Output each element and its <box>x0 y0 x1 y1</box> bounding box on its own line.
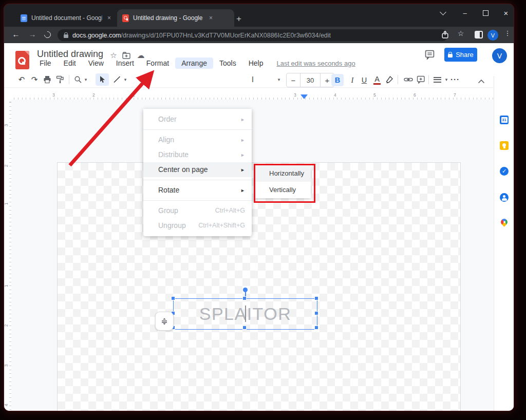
side-panel-icon[interactable] <box>475 31 483 39</box>
logo-square <box>22 62 25 65</box>
insert-link-icon[interactable] <box>404 75 413 86</box>
redo-icon[interactable]: ↷ <box>29 75 40 84</box>
resize-handle-s[interactable] <box>242 326 247 330</box>
google-drawings-app: Untitled drawing ☆ ☁ File Edit View Inse… <box>4 43 514 411</box>
menu-format[interactable]: Format <box>140 58 175 69</box>
paint-format-icon[interactable] <box>56 75 64 86</box>
horizontal-ruler[interactable]: 3 2 1 3 4 5 6 7 <box>11 92 493 100</box>
app-avatar[interactable]: V <box>492 48 507 63</box>
submenu-arrow-icon: ► <box>240 133 245 148</box>
resize-handle-n[interactable] <box>242 296 247 300</box>
menu-file[interactable]: File <box>33 58 58 69</box>
maximize-icon <box>483 10 489 16</box>
shortcut-label: Ctrl+Alt+G <box>215 203 245 218</box>
last-edit-link[interactable]: Last edit was seconds ago <box>276 60 355 67</box>
line-tool-icon[interactable] <box>113 75 121 86</box>
calendar-icon[interactable]: 31 <box>500 116 509 124</box>
insert-comment-icon[interactable] <box>417 75 425 86</box>
zoom-caret-icon[interactable]: ▾ <box>83 77 89 82</box>
arrange-dropdown-menu: Order ► Align ► Distribute ► Center on p… <box>143 109 252 236</box>
zoom-icon[interactable] <box>74 75 82 86</box>
maximize-button[interactable] <box>477 6 494 20</box>
resize-handle-se[interactable] <box>314 326 318 330</box>
menu-tools[interactable]: Tools <box>213 58 242 69</box>
google-side-panel: 31 ✓ › <box>494 82 514 411</box>
ruler-indent-marker[interactable] <box>300 94 308 99</box>
red-annotation-box <box>254 164 315 203</box>
bookmark-star-icon[interactable]: ☆ <box>455 29 467 37</box>
tab-untitled-document[interactable]: Untitled document - Google Doc × <box>15 9 126 27</box>
underline-button[interactable]: U <box>358 74 370 86</box>
tasks-icon[interactable]: ✓ <box>500 167 509 176</box>
text-box-options-widget[interactable] <box>155 312 174 331</box>
lock-icon <box>64 34 68 38</box>
app-menubar: File Edit View Insert Format Arrange Too… <box>33 57 355 69</box>
menu-view[interactable]: View <box>82 58 110 69</box>
drawing-canvas-area[interactable]: SPLAITOR <box>11 100 493 411</box>
contacts-icon[interactable] <box>500 193 509 202</box>
window-menu-chevron[interactable] <box>434 6 452 20</box>
minimize-button[interactable]: – <box>456 6 474 20</box>
menu-arrange[interactable]: Arrange <box>175 58 213 69</box>
menu-item-rotate[interactable]: Rotate ► <box>143 183 252 198</box>
browser-window: Untitled document - Google Doc × Untitle… <box>4 4 514 411</box>
maps-icon[interactable] <box>501 219 508 226</box>
google-drawings-favicon <box>122 14 129 22</box>
more-options-icon[interactable]: ··· <box>450 75 460 84</box>
new-tab-button[interactable]: + <box>232 12 246 26</box>
text-color-button[interactable]: A <box>371 74 383 86</box>
browser-menu-kebab-icon[interactable]: ⋮ <box>501 29 514 37</box>
menu-item-ungroup[interactable]: Ungroup Ctrl+Alt+Shift+G <box>143 218 252 233</box>
vertical-ruler[interactable]: 3 2 1 1 2 3 4 <box>4 100 11 411</box>
resize-handle-nw[interactable] <box>171 296 175 300</box>
menu-separator <box>143 180 252 180</box>
undo-icon[interactable]: ↶ <box>16 75 27 84</box>
share-button[interactable]: Share <box>444 48 477 62</box>
collapse-toolbar-icon[interactable] <box>478 77 485 86</box>
font-family-partial[interactable]: l <box>250 75 255 84</box>
font-size-value[interactable]: 30 <box>300 73 321 87</box>
browser-avatar[interactable]: V <box>487 30 498 41</box>
menu-item-order[interactable]: Order ► <box>143 112 252 127</box>
tab-close-icon[interactable]: × <box>209 14 213 22</box>
rotation-handle[interactable] <box>243 288 248 292</box>
menu-item-center-on-page[interactable]: Center on page ► <box>143 162 252 177</box>
align-icon[interactable] <box>434 77 441 83</box>
menu-separator <box>143 200 252 201</box>
tab-title: Untitled drawing - Google Drawi <box>133 14 204 22</box>
menu-help[interactable]: Help <box>242 58 270 69</box>
menu-edit[interactable]: Edit <box>58 58 82 69</box>
text-color-label: A <box>374 76 380 83</box>
keep-icon[interactable] <box>500 141 509 150</box>
line-tool-caret-icon[interactable]: ▾ <box>122 77 128 82</box>
share-label: Share <box>456 51 474 59</box>
text-cursor <box>245 306 246 322</box>
tab-close-icon[interactable]: × <box>107 14 111 22</box>
menu-insert[interactable]: Insert <box>110 58 140 69</box>
submenu-arrow-icon: ► <box>240 183 245 198</box>
tab-untitled-drawing[interactable]: Untitled drawing - Google Drawi × <box>117 9 234 27</box>
forward-button[interactable]: → <box>27 30 38 39</box>
highlight-color-icon[interactable] <box>385 75 393 86</box>
back-button[interactable]: ← <box>10 30 22 39</box>
comments-icon[interactable] <box>425 50 435 62</box>
menu-item-align[interactable]: Align ► <box>143 132 252 147</box>
menu-item-group[interactable]: Group Ctrl+Alt+G <box>143 203 252 218</box>
resize-handle-ne[interactable] <box>314 296 318 300</box>
print-icon[interactable] <box>43 75 51 86</box>
menu-item-distribute[interactable]: Distribute ► <box>143 147 252 162</box>
menu-separator <box>143 129 252 130</box>
share-page-icon[interactable] <box>441 30 449 41</box>
align-caret-icon[interactable]: ▾ <box>443 77 449 82</box>
google-drawings-logo[interactable] <box>15 51 29 69</box>
address-bar[interactable]: docs.google.com/drawings/d/10FPU07HnLv3K… <box>58 29 448 41</box>
submenu-arrow-icon: ► <box>240 148 245 163</box>
window-close-button[interactable]: × <box>497 6 514 20</box>
font-size-decrease[interactable]: − <box>287 76 300 85</box>
italic-button[interactable]: I <box>346 74 359 86</box>
bold-button[interactable]: B <box>331 74 344 86</box>
font-family-caret-icon[interactable]: ▾ <box>276 77 282 82</box>
select-tool[interactable] <box>96 73 109 86</box>
google-docs-favicon <box>21 14 27 22</box>
resize-handle-e[interactable] <box>314 311 318 315</box>
